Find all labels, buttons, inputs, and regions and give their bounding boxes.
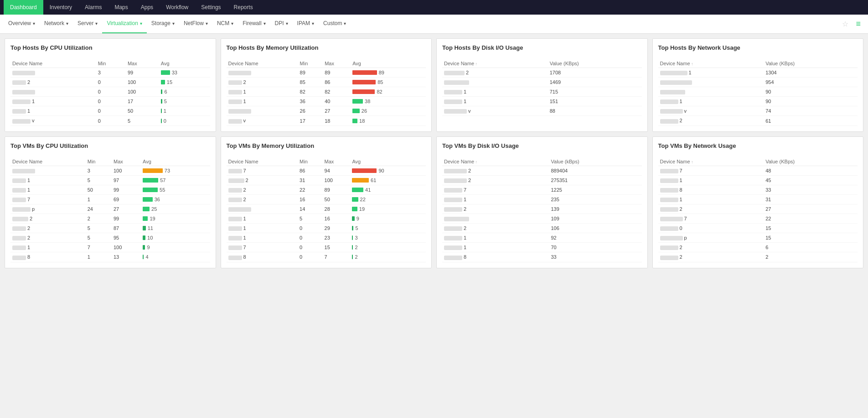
device-name-cell[interactable]: 2: [10, 224, 86, 233]
device-name-cell[interactable]: 7: [442, 185, 549, 194]
device-name-cell[interactable]: 1: [658, 68, 764, 78]
device-name-cell[interactable]: 1: [442, 97, 548, 106]
device-name-cell[interactable]: 2: [227, 185, 298, 194]
device-name-cell[interactable]: 1: [442, 87, 548, 97]
device-name-cell[interactable]: 2: [658, 204, 764, 214]
device-name-cell[interactable]: 2: [658, 243, 764, 252]
device-name-cell[interactable]: 1: [10, 185, 86, 194]
device-name-cell[interactable]: 0: [658, 224, 764, 233]
device-name-cell[interactable]: 2: [442, 166, 549, 175]
device-name-cell[interactable]: 7: [227, 243, 298, 252]
device-name-cell[interactable]: v: [227, 116, 298, 125]
device-name-cell[interactable]: 8: [658, 185, 764, 194]
value-cell: 27: [764, 204, 858, 214]
device-name-cell[interactable]: [10, 166, 86, 175]
device-name-cell[interactable]: 8: [227, 252, 298, 262]
device-name-cell[interactable]: 1: [10, 106, 96, 116]
subnav-netflow[interactable]: NetFlow ▾: [179, 15, 212, 34]
device-name-cell[interactable]: 2: [442, 204, 549, 214]
nav-apps[interactable]: Apps: [134, 0, 160, 15]
subnav-overview[interactable]: Overview ▾: [4, 15, 40, 34]
device-name-cell[interactable]: 1: [10, 175, 86, 185]
device-name-cell[interactable]: 1: [442, 233, 549, 243]
device-name-cell[interactable]: 8: [442, 252, 549, 262]
subnav-server[interactable]: Server ▾: [73, 15, 102, 34]
vms-network-table: Device Name Value (KBps) 748 145 833 131…: [658, 157, 858, 262]
device-name-cell[interactable]: 7: [658, 214, 764, 224]
device-name-cell[interactable]: 1: [658, 175, 764, 185]
star-icon[interactable]: ☆: [838, 20, 852, 28]
nav-dashboard[interactable]: Dashboard: [4, 0, 43, 15]
device-name-cell[interactable]: 1: [10, 97, 96, 106]
subnav-network[interactable]: Network ▾: [40, 15, 73, 34]
device-name-cell[interactable]: 1: [227, 233, 298, 243]
device-name-cell[interactable]: 1: [227, 87, 298, 97]
device-name-cell[interactable]: 1: [442, 243, 549, 252]
device-name-cell[interactable]: [227, 204, 298, 214]
device-name-cell[interactable]: v: [442, 106, 548, 116]
device-name-cell[interactable]: v: [658, 106, 764, 116]
device-name-cell[interactable]: 2: [10, 78, 96, 87]
device-name-cell[interactable]: 2: [227, 175, 298, 185]
device-name-cell[interactable]: 1: [658, 194, 764, 204]
device-name-cell[interactable]: 2: [442, 224, 549, 233]
device-name-cell[interactable]: [227, 68, 298, 78]
device-name-cell[interactable]: p: [10, 204, 86, 214]
value-cell: 954: [764, 78, 858, 87]
nav-inventory[interactable]: Inventory: [43, 0, 78, 15]
device-name-cell[interactable]: 1: [227, 97, 298, 106]
device-name-cell[interactable]: 2: [658, 252, 764, 262]
device-name-cell[interactable]: 2: [442, 175, 549, 185]
device-name-cell[interactable]: 1: [227, 224, 298, 233]
device-name-cell[interactable]: [10, 87, 96, 97]
subnav-ncm[interactable]: NCM ▾: [212, 15, 238, 34]
vms-diskio-table: Device Name Value (kBps) 2889404 2275351…: [442, 157, 642, 262]
nav-settings[interactable]: Settings: [195, 0, 227, 15]
subnav-storage[interactable]: Storage ▾: [147, 15, 179, 34]
device-name-cell[interactable]: p: [658, 233, 764, 243]
device-name-cell[interactable]: 2: [10, 233, 86, 243]
device-name-cell[interactable]: [442, 78, 548, 87]
device-name-cell[interactable]: 2: [227, 194, 298, 204]
value-cell: 74: [764, 106, 858, 116]
device-name-cell[interactable]: [658, 87, 764, 97]
chevron-down-icon: ▾: [66, 21, 68, 26]
device-name-cell[interactable]: 2: [10, 214, 86, 224]
device-name-cell[interactable]: [227, 106, 298, 116]
avg-value: 89: [351, 68, 426, 78]
th-device[interactable]: Device Name: [658, 157, 764, 166]
subnav-firewall[interactable]: Firewall ▾: [238, 15, 270, 34]
device-name-cell[interactable]: [10, 68, 96, 78]
device-name-cell[interactable]: 7: [227, 166, 298, 175]
device-name-cell[interactable]: 2: [442, 68, 548, 78]
max-value: 29: [323, 224, 351, 233]
th-device[interactable]: Device Name: [442, 59, 548, 68]
widget-title: Top Hosts By CPU Utilization: [10, 44, 210, 54]
max-value: 7: [323, 252, 351, 262]
device-name-cell[interactable]: [442, 214, 549, 224]
value-cell: 151: [548, 97, 642, 106]
nav-reports[interactable]: Reports: [227, 0, 259, 15]
th-device[interactable]: Device Name: [442, 157, 549, 166]
subnav-virtualization[interactable]: Virtualization ▾: [102, 15, 146, 34]
device-name-cell[interactable]: 1: [442, 194, 549, 204]
device-name-cell[interactable]: 7: [658, 166, 764, 175]
subnav-custom[interactable]: Custom ▾: [319, 15, 351, 34]
nav-workflow[interactable]: Workflow: [160, 0, 195, 15]
menu-icon[interactable]: ≡: [852, 19, 864, 29]
chevron-down-icon: ▾: [231, 21, 233, 26]
subnav-ipam[interactable]: IPAM ▾: [293, 15, 319, 34]
device-name-cell[interactable]: 1: [658, 97, 764, 106]
device-name-cell[interactable]: 2: [658, 116, 764, 125]
subnav-dpi[interactable]: DPI ▾: [270, 15, 293, 34]
nav-alarms[interactable]: Alarms: [78, 0, 108, 15]
nav-maps[interactable]: Maps: [108, 0, 134, 15]
device-name-cell[interactable]: [658, 78, 764, 87]
device-name-cell[interactable]: 1: [10, 243, 86, 252]
device-name-cell[interactable]: 1: [227, 214, 298, 224]
device-name-cell[interactable]: 2: [227, 78, 298, 87]
device-name-cell[interactable]: 8: [10, 252, 86, 262]
th-device[interactable]: Device Name: [658, 59, 764, 68]
device-name-cell[interactable]: v: [10, 116, 96, 125]
device-name-cell[interactable]: 7: [10, 194, 86, 204]
